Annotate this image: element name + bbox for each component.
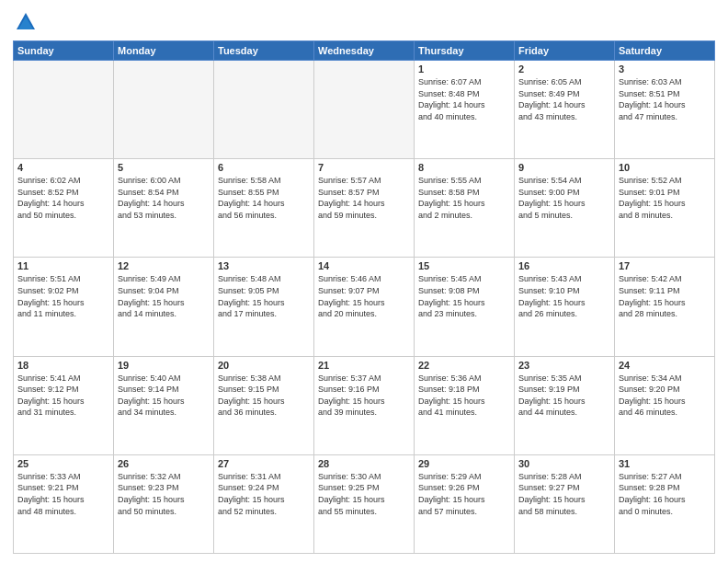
calendar-cell: 8Sunrise: 5:55 AM Sunset: 8:58 PM Daylig… <box>415 159 515 258</box>
logo <box>13 9 42 35</box>
day-info: Sunrise: 5:28 AM Sunset: 9:27 PM Dayligh… <box>518 471 610 517</box>
day-number: 2 <box>518 63 610 75</box>
day-number: 8 <box>418 162 510 173</box>
header <box>13 9 715 35</box>
day-info: Sunrise: 5:43 AM Sunset: 9:10 PM Dayligh… <box>518 273 610 319</box>
day-number: 31 <box>619 458 711 469</box>
day-info: Sunrise: 5:30 AM Sunset: 9:25 PM Dayligh… <box>318 471 410 517</box>
calendar-cell: 9Sunrise: 5:54 AM Sunset: 9:00 PM Daylig… <box>515 159 615 258</box>
day-number: 22 <box>418 360 510 371</box>
calendar-cell: 28Sunrise: 5:30 AM Sunset: 9:25 PM Dayli… <box>314 454 415 553</box>
calendar-cell: 30Sunrise: 5:28 AM Sunset: 9:27 PM Dayli… <box>515 454 615 553</box>
day-number: 17 <box>619 260 711 271</box>
calendar-table: SundayMondayTuesdayWednesdayThursdayFrid… <box>13 40 715 554</box>
day-number: 4 <box>17 162 109 173</box>
day-number: 24 <box>619 360 711 371</box>
day-info: Sunrise: 5:27 AM Sunset: 9:28 PM Dayligh… <box>619 471 711 517</box>
calendar-cell: 17Sunrise: 5:42 AM Sunset: 9:11 PM Dayli… <box>615 258 715 356</box>
calendar-cell: 3Sunrise: 6:03 AM Sunset: 8:51 PM Daylig… <box>615 61 715 159</box>
day-number: 25 <box>17 458 109 469</box>
day-header-monday: Monday <box>114 41 214 61</box>
day-number: 30 <box>518 458 610 469</box>
day-info: Sunrise: 5:57 AM Sunset: 8:57 PM Dayligh… <box>318 175 410 221</box>
day-number: 16 <box>518 260 610 271</box>
calendar-week-3: 11Sunrise: 5:51 AM Sunset: 9:02 PM Dayli… <box>14 258 715 356</box>
day-header-friday: Friday <box>515 41 615 61</box>
day-header-wednesday: Wednesday <box>314 41 415 61</box>
calendar-cell: 20Sunrise: 5:38 AM Sunset: 9:15 PM Dayli… <box>214 356 314 454</box>
calendar-cell: 26Sunrise: 5:32 AM Sunset: 9:23 PM Dayli… <box>114 454 214 553</box>
day-info: Sunrise: 5:38 AM Sunset: 9:15 PM Dayligh… <box>218 373 310 419</box>
day-header-thursday: Thursday <box>415 41 515 61</box>
day-info: Sunrise: 5:29 AM Sunset: 9:26 PM Dayligh… <box>418 471 510 517</box>
day-info: Sunrise: 5:31 AM Sunset: 9:24 PM Dayligh… <box>218 471 310 517</box>
day-number: 18 <box>17 360 109 371</box>
day-header-saturday: Saturday <box>615 41 715 61</box>
day-number: 10 <box>619 162 711 173</box>
day-number: 19 <box>118 360 210 371</box>
day-header-tuesday: Tuesday <box>214 41 314 61</box>
calendar-cell <box>114 61 214 159</box>
day-number: 1 <box>418 63 510 75</box>
day-number: 12 <box>118 260 210 271</box>
day-info: Sunrise: 6:07 AM Sunset: 8:48 PM Dayligh… <box>418 76 510 122</box>
calendar-cell <box>214 61 314 159</box>
day-info: Sunrise: 5:58 AM Sunset: 8:55 PM Dayligh… <box>218 175 310 221</box>
day-number: 9 <box>518 162 610 173</box>
day-info: Sunrise: 5:37 AM Sunset: 9:16 PM Dayligh… <box>318 373 410 419</box>
calendar-header-row: SundayMondayTuesdayWednesdayThursdayFrid… <box>14 41 715 61</box>
day-number: 21 <box>318 360 410 371</box>
calendar-cell: 2Sunrise: 6:05 AM Sunset: 8:49 PM Daylig… <box>515 61 615 159</box>
calendar-cell: 31Sunrise: 5:27 AM Sunset: 9:28 PM Dayli… <box>615 454 715 553</box>
day-number: 3 <box>619 63 711 75</box>
day-info: Sunrise: 5:52 AM Sunset: 9:01 PM Dayligh… <box>619 175 711 221</box>
day-info: Sunrise: 6:00 AM Sunset: 8:54 PM Dayligh… <box>118 175 210 221</box>
day-info: Sunrise: 5:45 AM Sunset: 9:08 PM Dayligh… <box>418 273 510 319</box>
calendar-cell: 5Sunrise: 6:00 AM Sunset: 8:54 PM Daylig… <box>114 159 214 258</box>
day-info: Sunrise: 5:34 AM Sunset: 9:20 PM Dayligh… <box>619 373 711 419</box>
calendar-cell: 19Sunrise: 5:40 AM Sunset: 9:14 PM Dayli… <box>114 356 214 454</box>
calendar-cell: 14Sunrise: 5:46 AM Sunset: 9:07 PM Dayli… <box>314 258 415 356</box>
calendar-cell: 11Sunrise: 5:51 AM Sunset: 9:02 PM Dayli… <box>14 258 114 356</box>
day-number: 26 <box>118 458 210 469</box>
calendar-cell: 13Sunrise: 5:48 AM Sunset: 9:05 PM Dayli… <box>214 258 314 356</box>
day-info: Sunrise: 6:05 AM Sunset: 8:49 PM Dayligh… <box>518 76 610 122</box>
calendar-week-5: 25Sunrise: 5:33 AM Sunset: 9:21 PM Dayli… <box>14 454 715 553</box>
day-number: 7 <box>318 162 410 173</box>
day-number: 13 <box>218 260 310 271</box>
day-info: Sunrise: 5:48 AM Sunset: 9:05 PM Dayligh… <box>218 273 310 319</box>
day-number: 28 <box>318 458 410 469</box>
calendar-cell: 12Sunrise: 5:49 AM Sunset: 9:04 PM Dayli… <box>114 258 214 356</box>
calendar-cell: 21Sunrise: 5:37 AM Sunset: 9:16 PM Dayli… <box>314 356 415 454</box>
calendar-cell <box>14 61 114 159</box>
calendar-cell: 27Sunrise: 5:31 AM Sunset: 9:24 PM Dayli… <box>214 454 314 553</box>
day-number: 6 <box>218 162 310 173</box>
day-info: Sunrise: 5:42 AM Sunset: 9:11 PM Dayligh… <box>619 273 711 319</box>
day-header-sunday: Sunday <box>14 41 114 61</box>
calendar-week-4: 18Sunrise: 5:41 AM Sunset: 9:12 PM Dayli… <box>14 356 715 454</box>
day-info: Sunrise: 5:54 AM Sunset: 9:00 PM Dayligh… <box>518 175 610 221</box>
day-number: 11 <box>17 260 109 271</box>
day-info: Sunrise: 5:33 AM Sunset: 9:21 PM Dayligh… <box>17 471 109 517</box>
day-info: Sunrise: 5:41 AM Sunset: 9:12 PM Dayligh… <box>17 373 109 419</box>
calendar-cell <box>314 61 415 159</box>
logo-icon <box>13 9 39 35</box>
day-info: Sunrise: 6:02 AM Sunset: 8:52 PM Dayligh… <box>17 175 109 221</box>
calendar-cell: 18Sunrise: 5:41 AM Sunset: 9:12 PM Dayli… <box>14 356 114 454</box>
page: SundayMondayTuesdayWednesdayThursdayFrid… <box>0 0 728 563</box>
day-info: Sunrise: 5:32 AM Sunset: 9:23 PM Dayligh… <box>118 471 210 517</box>
calendar-cell: 15Sunrise: 5:45 AM Sunset: 9:08 PM Dayli… <box>415 258 515 356</box>
day-info: Sunrise: 5:46 AM Sunset: 9:07 PM Dayligh… <box>318 273 410 319</box>
day-info: Sunrise: 5:35 AM Sunset: 9:19 PM Dayligh… <box>518 373 610 419</box>
day-info: Sunrise: 6:03 AM Sunset: 8:51 PM Dayligh… <box>619 76 711 122</box>
calendar-cell: 23Sunrise: 5:35 AM Sunset: 9:19 PM Dayli… <box>515 356 615 454</box>
calendar-cell: 22Sunrise: 5:36 AM Sunset: 9:18 PM Dayli… <box>415 356 515 454</box>
day-number: 14 <box>318 260 410 271</box>
day-number: 5 <box>118 162 210 173</box>
day-number: 20 <box>218 360 310 371</box>
calendar-cell: 29Sunrise: 5:29 AM Sunset: 9:26 PM Dayli… <box>415 454 515 553</box>
calendar-week-2: 4Sunrise: 6:02 AM Sunset: 8:52 PM Daylig… <box>14 159 715 258</box>
calendar-cell: 7Sunrise: 5:57 AM Sunset: 8:57 PM Daylig… <box>314 159 415 258</box>
day-info: Sunrise: 5:49 AM Sunset: 9:04 PM Dayligh… <box>118 273 210 319</box>
calendar-body: 1Sunrise: 6:07 AM Sunset: 8:48 PM Daylig… <box>14 61 715 554</box>
